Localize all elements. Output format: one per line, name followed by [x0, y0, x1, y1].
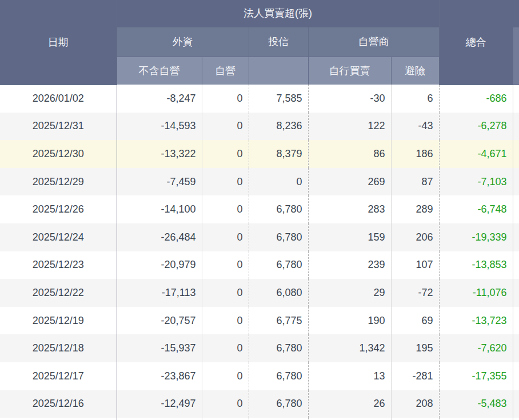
header-trust: 投信 [249, 27, 308, 57]
date-cell: 2025/12/19 [0, 307, 117, 335]
table-header: 日期 法人買賣超(張) 總合 外資 投信 自營商 不含自營 自營 自行買賣 避險 [0, 0, 519, 85]
table-title: 法人買賣超(張) [117, 0, 439, 27]
foreign-dealer-cell: 0 [202, 362, 249, 390]
institutional-net-buy-sell-table: 日期 法人買賣超(張) 總合 外資 投信 自營商 不含自營 自營 自行買賣 避險… [0, 0, 519, 420]
table-row[interactable]: 2025/12/30-13,32208,37986186-4,671 [0, 140, 519, 168]
table-body: 2026/01/02-8,24707,585-306-6862025/12/31… [0, 85, 519, 420]
header-dealer: 自營商 [308, 27, 439, 57]
table-row[interactable]: 2025/12/31-14,59308,236122-43-6,278 [0, 113, 519, 141]
trust-cell: 6,780 [249, 251, 308, 279]
data-table: 日期 法人買賣超(張) 總合 外資 投信 自營商 不含自營 自營 自行買賣 避險… [0, 0, 519, 420]
date-cell: 2025/12/31 [0, 113, 117, 141]
dealer-self-cell: 1,342 [308, 334, 391, 362]
dealer-self-cell: 190 [308, 307, 391, 335]
foreign-ex-dealer-cell: -8,247 [117, 85, 202, 113]
foreign-dealer-cell: 0 [202, 195, 249, 223]
foreign-ex-dealer-cell: -17,113 [117, 279, 202, 307]
trust-cell: 6,080 [249, 279, 308, 307]
total-cell: -5,483 [439, 390, 513, 418]
dealer-self-cell: 86 [308, 140, 391, 168]
header-dealer-self: 自行買賣 [308, 57, 391, 85]
clipped-next-column-cell [513, 251, 519, 279]
date-cell: 2025/12/22 [0, 279, 117, 307]
header-foreign-ex-dealer: 不含自營 [117, 57, 202, 85]
total-cell: -11,076 [439, 279, 513, 307]
dealer-hedge-cell: -281 [391, 362, 439, 390]
clipped-next-column-cell [513, 113, 519, 141]
table-row[interactable]: 2025/12/19-20,75706,77519069-13,723 [0, 307, 519, 335]
table-row[interactable]: 2025/12/23-20,97906,780239107-13,853 [0, 251, 519, 279]
dealer-hedge-cell: -72 [391, 279, 439, 307]
total-cell: -4,671 [439, 140, 513, 168]
foreign-ex-dealer-cell: -20,979 [117, 251, 202, 279]
clipped-next-column-cell [513, 168, 519, 196]
dealer-hedge-cell: 195 [391, 334, 439, 362]
date-cell: 2025/12/18 [0, 334, 117, 362]
date-cell: 2025/12/16 [0, 390, 117, 418]
date-cell: 2025/12/17 [0, 362, 117, 390]
clipped-next-column-cell [513, 195, 519, 223]
table-row[interactable]: 2026/01/02-8,24707,585-306-686 [0, 85, 519, 113]
header-total: 總合 [439, 0, 513, 85]
trust-cell: 6,780 [249, 223, 308, 251]
trust-cell: 8,236 [249, 113, 308, 141]
foreign-ex-dealer-cell: -7,459 [117, 168, 202, 196]
total-cell: -7,103 [439, 168, 513, 196]
date-cell [0, 418, 117, 420]
dealer-hedge-cell: -43 [391, 113, 439, 141]
total-cell: -686 [439, 85, 513, 113]
header-foreign-dealer: 自營 [202, 57, 249, 85]
dealer-hedge-cell: 186 [391, 140, 439, 168]
header-trust-sub-empty [249, 57, 308, 85]
dealer-self-cell: 26 [308, 390, 391, 418]
date-cell: 2025/12/24 [0, 223, 117, 251]
date-cell: 2026/01/02 [0, 85, 117, 113]
foreign-ex-dealer-cell: -15,937 [117, 334, 202, 362]
table-row[interactable]: 2025/12/26-14,10006,780283289-6,748 [0, 195, 519, 223]
table-row[interactable]: 2025/12/29-7,4590026987-7,103 [0, 168, 519, 196]
date-cell: 2025/12/29 [0, 168, 117, 196]
foreign-dealer-cell: 0 [202, 113, 249, 141]
clipped-next-column-cell [513, 140, 519, 168]
header-dealer-hedge: 避險 [391, 57, 439, 85]
dealer-self-cell: 283 [308, 195, 391, 223]
dealer-hedge-cell [391, 418, 439, 420]
foreign-ex-dealer-cell: -14,593 [117, 113, 202, 141]
foreign-dealer-cell: 0 [202, 251, 249, 279]
dealer-hedge-cell: 107 [391, 251, 439, 279]
table-row-partial [0, 418, 519, 420]
foreign-ex-dealer-cell [117, 418, 202, 420]
trust-cell: 0 [249, 168, 308, 196]
total-cell [439, 418, 513, 420]
clipped-next-column-header-top [513, 0, 519, 27]
dealer-hedge-cell: 69 [391, 307, 439, 335]
date-cell: 2025/12/30 [0, 140, 117, 168]
date-cell: 2025/12/23 [0, 251, 117, 279]
trust-cell: 6,780 [249, 195, 308, 223]
table-row[interactable]: 2025/12/18-15,93706,7801,342195-7,620 [0, 334, 519, 362]
clipped-next-column-cell [513, 307, 519, 335]
dealer-self-cell: 269 [308, 168, 391, 196]
table-row[interactable]: 2025/12/22-17,11306,08029-72-11,076 [0, 279, 519, 307]
total-cell: -19,339 [439, 223, 513, 251]
foreign-dealer-cell: 0 [202, 334, 249, 362]
table-row[interactable]: 2025/12/16-12,49706,78026208-5,483 [0, 390, 519, 418]
dealer-hedge-cell: 289 [391, 195, 439, 223]
total-cell: -13,723 [439, 307, 513, 335]
table-row[interactable]: 2025/12/17-23,86706,78013-281-17,355 [0, 362, 519, 390]
trust-cell: 6,780 [249, 362, 308, 390]
foreign-dealer-cell: 0 [202, 223, 249, 251]
trust-cell: 7,585 [249, 85, 308, 113]
header-date: 日期 [0, 0, 117, 85]
dealer-self-cell: 239 [308, 251, 391, 279]
dealer-hedge-cell: 6 [391, 85, 439, 113]
clipped-next-column-cell [513, 418, 519, 420]
trust-cell: 8,379 [249, 140, 308, 168]
date-cell: 2025/12/26 [0, 195, 117, 223]
table-row[interactable]: 2025/12/24-26,48406,780159206-19,339 [0, 223, 519, 251]
foreign-dealer-cell [202, 418, 249, 420]
foreign-ex-dealer-cell: -12,497 [117, 390, 202, 418]
dealer-self-cell: -30 [308, 85, 391, 113]
clipped-next-column-cell [513, 334, 519, 362]
foreign-dealer-cell: 0 [202, 85, 249, 113]
